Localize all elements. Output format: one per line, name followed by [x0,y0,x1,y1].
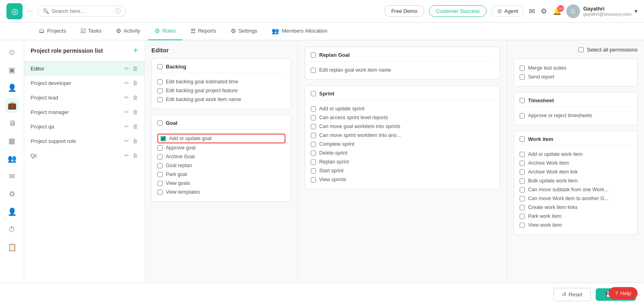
perm-wi-5-checkbox[interactable] [520,196,525,201]
sidebar-person[interactable]: 👤 [5,205,19,219]
tab-activity[interactable]: ⚙ Activity [109,23,147,40]
compose-icon[interactable]: ✉ [529,7,535,16]
perm-sprint-2-checkbox[interactable] [311,124,316,129]
perm-wi-2-checkbox[interactable] [520,170,525,175]
perm-backlog-1-checkbox[interactable] [157,88,163,93]
sidebar-clock[interactable]: ⏱ [5,222,19,237]
sidebar-tv[interactable]: ▣ [5,63,19,77]
page-body: ⊙ ▣ 👤 💼 🖥 ▦ 👥 ✉ ⚙ 👤 ⏱ 📋 Project role per… [0,40,644,306]
select-all-checkbox[interactable] [578,47,584,52]
edit-icon[interactable]: ✏ [124,65,129,72]
sidebar-home[interactable]: ⊙ [5,45,19,60]
sidebar-monitor[interactable]: 🖥 [5,116,19,130]
perm-timesheet-0-checkbox[interactable] [520,113,525,118]
delete-icon[interactable]: 🗑 [132,94,138,101]
delete-icon[interactable]: 🗑 [132,123,138,130]
notification-badge: 24 [557,5,564,12]
perm-sprint-2: Can move goal workitem into sprints [311,122,494,131]
workitem-select-checkbox[interactable] [520,136,525,142]
edit-icon[interactable]: ✏ [124,123,129,130]
role-item-developer[interactable]: Project developer ✏ 🗑 [24,76,144,90]
logo[interactable]: ◎ [6,3,23,19]
perm-backlog-2-checkbox[interactable] [157,97,163,102]
tab-reports[interactable]: ☰ Reports [184,23,223,40]
role-item-qc[interactable]: Qc ✏ 🗑 [24,148,144,163]
role-item-editor[interactable]: Editor ✏ 🗑 [24,61,144,76]
search-input[interactable] [52,8,113,14]
perm-sprint-1-checkbox[interactable] [311,115,316,120]
help-button[interactable]: ? Help [609,287,638,300]
perm-backlog-1: Edit backlog goal project feature [157,86,285,95]
role-item-manager[interactable]: Project manager ✏ 🗑 [24,105,144,119]
perm-wi-6-checkbox[interactable] [520,205,525,210]
user-dropdown-icon[interactable]: ▾ [635,8,638,14]
delete-icon[interactable]: 🗑 [132,138,138,144]
delete-icon[interactable]: 🗑 [132,109,138,115]
role-item-lead[interactable]: Project lead ✏ 🗑 [24,90,144,105]
perm-sprint-3-checkbox[interactable] [311,133,316,138]
goal-select-all-checkbox[interactable] [157,120,163,126]
sidebar-card[interactable]: ▦ [5,134,19,148]
role-item-qa[interactable]: Project qa ✏ 🗑 [24,119,144,134]
perm-wi-4-checkbox[interactable] [520,187,525,192]
tab-tasks[interactable]: ☑ Tasks [74,23,108,40]
perm-goal-6-checkbox[interactable] [157,190,163,195]
select-all-header: Select all permissions [514,47,638,53]
perm-sprint-7-checkbox[interactable] [311,168,316,174]
perm-other-1-checkbox[interactable] [520,74,525,80]
delete-icon[interactable]: 🗑 [132,65,138,72]
perm-backlog-0-checkbox[interactable] [157,79,163,85]
edit-icon[interactable]: ✏ [124,152,129,159]
perm-sprint-0-checkbox[interactable] [311,106,316,112]
perm-sprint-8-checkbox[interactable] [311,177,316,182]
notification-icon[interactable]: 🔔 24 [553,7,561,16]
perm-goal-4-checkbox[interactable] [157,172,163,177]
settings-icon[interactable]: ⚙ [541,7,547,16]
tab-projects[interactable]: 🗂 Projects [32,23,72,40]
sidebar-briefcase[interactable]: 💼 [5,98,19,113]
perm-sprint-4-checkbox[interactable] [311,142,316,147]
perm-goal-0-checkbox[interactable] [161,136,166,141]
backlog-select-all-checkbox[interactable] [157,64,163,69]
perm-goal-2-checkbox[interactable] [157,154,163,159]
edit-icon[interactable]: ✏ [124,94,129,101]
edit-icon[interactable]: ✏ [124,138,129,144]
perm-goal-1-checkbox[interactable] [157,145,163,151]
perm-wi-0-checkbox[interactable] [520,152,525,157]
perm-wi-8-checkbox[interactable] [520,223,525,228]
tab-roles[interactable]: ⚙ Roles [148,23,182,40]
sprint-select-checkbox[interactable] [311,91,316,96]
customer-success-button[interactable]: Customer Success [429,5,487,17]
tab-settings[interactable]: ⚙ Settings [224,23,264,40]
timesheet-select-checkbox[interactable] [520,98,525,103]
perm-sprint-5-checkbox[interactable] [311,151,316,156]
perm-goal-5-checkbox[interactable] [157,181,163,186]
user-info[interactable]: G Gayathri gayathri@snovasys.com ▾ [566,4,638,18]
delete-icon[interactable]: 🗑 [132,80,138,86]
perm-goal-3-checkbox[interactable] [157,163,163,168]
add-role-button[interactable]: + [133,46,138,55]
sidebar-group[interactable]: 👥 [5,151,19,166]
role-qa-actions: ✏ 🗑 [124,123,138,130]
free-demo-button[interactable]: Free Demo [384,5,424,17]
ellipsis-nav[interactable]: ··· [27,8,33,15]
perm-wi-7-checkbox[interactable] [520,214,525,219]
perm-replan-0-checkbox[interactable] [311,68,316,73]
delete-icon[interactable]: 🗑 [132,152,138,159]
edit-icon[interactable]: ✏ [124,80,129,86]
agent-button[interactable]: ⊙ Agent [491,5,524,17]
edit-icon[interactable]: ✏ [124,109,129,115]
reset-button[interactable]: ↺ Reset [553,288,591,301]
replan-goal-select-checkbox[interactable] [311,52,316,58]
sidebar-user[interactable]: 👤 [5,81,19,95]
perm-wi-3-checkbox[interactable] [520,178,525,184]
tab-members-allocation[interactable]: 👥 Members Allocation [265,23,334,40]
perm-other-0-checkbox[interactable] [520,66,525,71]
perm-wi-1-checkbox[interactable] [520,161,525,166]
perm-sprint-6-checkbox[interactable] [311,159,316,165]
info-icon[interactable]: ⓘ [115,8,121,15]
sidebar-gear[interactable]: ⚙ [5,187,19,201]
sidebar-mail[interactable]: ✉ [5,169,19,184]
role-item-support[interactable]: Project support role ✏ 🗑 [24,134,144,148]
sidebar-report[interactable]: 📋 [5,240,19,254]
